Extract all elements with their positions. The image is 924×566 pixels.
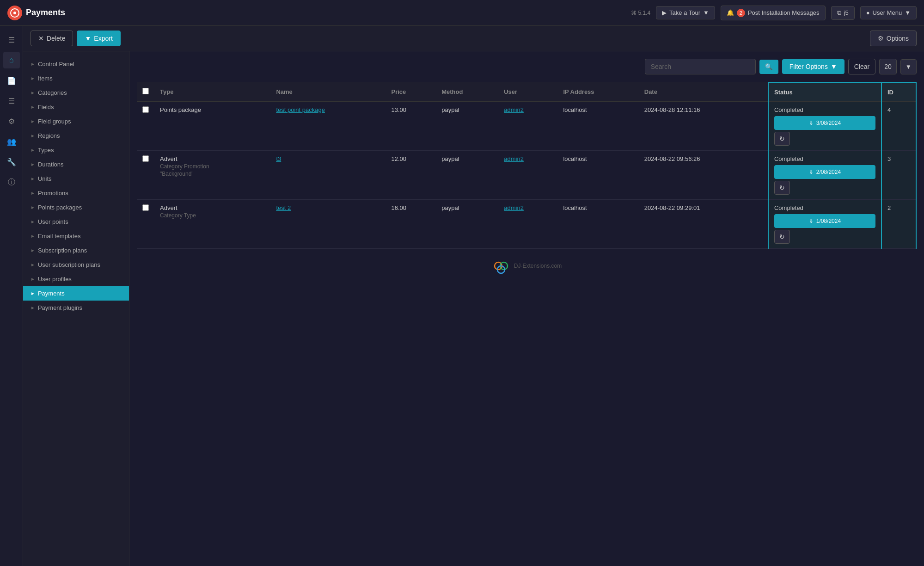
sidebar-item-durations[interactable]: ► Durations — [23, 157, 129, 172]
delete-button[interactable]: ✕ Delete — [31, 31, 73, 46]
download-icon: ⇓ — [809, 218, 814, 224]
sidebar-item-label: Payments — [38, 290, 65, 297]
chevron-right-icon: ► — [31, 90, 35, 95]
sidebar-item-types[interactable]: ► Types — [23, 143, 129, 157]
sidebar-item-subscription-plans[interactable]: ► Subscription plans — [23, 243, 129, 258]
row-name-link[interactable]: t3 — [276, 155, 281, 162]
user-link[interactable]: admin2 — [504, 155, 524, 162]
sidebar-icon-users[interactable]: 👥 — [3, 133, 20, 150]
sidebar-icon-puzzle[interactable]: ⚙ — [3, 113, 20, 129]
cell-status: Completed ⇓ 1/08/2024 ↻ — [768, 200, 881, 249]
page-size-dropdown[interactable]: ▼ — [900, 59, 917, 74]
cell-name: test 2 — [270, 200, 386, 249]
sidebar-item-label: Categories — [38, 89, 67, 96]
ext-button[interactable]: ⧉ j5 — [831, 6, 855, 20]
cell-method: paypal — [436, 102, 498, 151]
chevron-right-icon: ► — [31, 62, 35, 67]
sidebar-item-label: Types — [38, 147, 54, 154]
filter-bar: 🔍 Filter Options ▼ Clear 20 ▼ — [137, 59, 917, 74]
cell-method: paypal — [436, 200, 498, 249]
cell-status: Completed ⇓ 2/08/2024 ↻ — [768, 151, 881, 200]
sidebar-item-points-packages[interactable]: ► Points packages — [23, 200, 129, 215]
sidebar-icon-list[interactable]: ☰ — [3, 92, 20, 109]
chevron-right-icon: ► — [31, 133, 35, 138]
sidebar-item-label: Fields — [38, 104, 54, 111]
search-input[interactable] — [645, 59, 756, 74]
sidebar-item-label: Subscription plans — [38, 247, 87, 254]
sidebar-item-fields[interactable]: ► Fields — [23, 100, 129, 114]
page-size-display: 20 — [879, 59, 897, 74]
footer: DJ-Extensions.com — [137, 249, 917, 283]
cell-name: test point package — [270, 102, 386, 151]
sidebar-icon-home[interactable]: ⌂ — [3, 52, 20, 68]
navbar: Payments ⌘ 5.1.4 ▶ Take a Tour ▼ 🔔 2 Pos… — [0, 0, 924, 26]
notifications-button[interactable]: 🔔 2 Post Installation Messages — [721, 6, 826, 20]
sidebar-item-label: Regions — [38, 132, 60, 139]
table-row: Points package test point package 13.00 … — [137, 102, 916, 151]
row-checkbox[interactable] — [142, 106, 149, 113]
download-button[interactable]: ⇓ 2/08/2024 — [774, 165, 875, 179]
chevron-down-icon: ▼ — [85, 35, 91, 42]
user-menu-button[interactable]: ● User Menu ▼ — [860, 6, 917, 19]
chevron-right-icon: ► — [31, 162, 35, 167]
sidebar-item-label: Control Panel — [38, 61, 74, 68]
sidebar-icon-menu[interactable]: ☰ — [3, 31, 20, 48]
icon-sidebar: ☰ ⌂ 📄 ☰ ⚙ 👥 🔧 ⓘ — [0, 26, 23, 566]
sidebar-icon-info[interactable]: ⓘ — [3, 174, 20, 191]
tour-button[interactable]: ▶ Take a Tour ▼ — [656, 6, 715, 19]
sidebar-item-label: User points — [38, 218, 68, 225]
col-price: Price — [386, 82, 436, 102]
row-name-link[interactable]: test point package — [276, 106, 325, 113]
chevron-right-icon: ► — [31, 219, 35, 224]
cell-type: Advert Category Promotion "Background" — [154, 151, 270, 200]
sidebar-item-user-points[interactable]: ► User points — [23, 215, 129, 229]
download-button[interactable]: ⇓ 1/08/2024 — [774, 214, 875, 228]
refresh-button[interactable]: ↻ — [774, 181, 790, 195]
search-button[interactable]: 🔍 — [759, 60, 778, 74]
cell-status: Completed ⇓ 3/08/2024 ↻ — [768, 102, 881, 151]
user-link[interactable]: admin2 — [504, 204, 524, 211]
sidebar-item-categories[interactable]: ► Categories — [23, 86, 129, 100]
col-status: Status — [768, 82, 881, 102]
sidebar-item-payments[interactable]: ► Payments — [23, 286, 129, 301]
options-button[interactable]: ⚙ Options — [870, 31, 917, 46]
sidebar-item-control-panel[interactable]: ► Control Panel — [23, 57, 129, 71]
sidebar-icon-doc[interactable]: 📄 — [3, 72, 20, 89]
sidebar-item-payment-plugins[interactable]: ► Payment plugins — [23, 301, 129, 315]
toolbar: ✕ Delete ▼ Export ⚙ Options — [23, 26, 924, 51]
main-content: ✕ Delete ▼ Export ⚙ Options ► Control Pa… — [23, 26, 924, 566]
cell-date: 2024-08-22 09:56:26 — [639, 151, 768, 200]
svg-point-1 — [13, 12, 16, 14]
select-all-checkbox[interactable] — [142, 88, 149, 94]
export-button[interactable]: ▼ Export — [77, 31, 120, 46]
sidebar-item-items[interactable]: ► Items — [23, 71, 129, 86]
sidebar-item-user-subscription-plans[interactable]: ► User subscription plans — [23, 258, 129, 272]
col-name: Name — [270, 82, 386, 102]
cell-id: 3 — [881, 151, 916, 200]
sidebar-item-units[interactable]: ► Units — [23, 172, 129, 186]
sidebar-item-label: Durations — [38, 161, 64, 168]
sidebar-item-promotions[interactable]: ► Promotions — [23, 186, 129, 200]
refresh-button[interactable]: ↻ — [774, 132, 790, 146]
cell-user: admin2 — [498, 151, 557, 200]
filter-options-button[interactable]: Filter Options ▼ — [782, 59, 844, 74]
row-name-link[interactable]: test 2 — [276, 204, 291, 211]
notifications-label: Post Installation Messages — [748, 9, 820, 16]
row-checkbox[interactable] — [142, 155, 149, 162]
refresh-button[interactable]: ↻ — [774, 230, 790, 244]
chevron-right-icon: ► — [31, 262, 35, 267]
user-link[interactable]: admin2 — [504, 106, 524, 113]
x-icon: ✕ — [38, 35, 44, 42]
sidebar-item-user-profiles[interactable]: ► User profiles — [23, 272, 129, 286]
brand-title: Payments — [26, 8, 65, 18]
download-button[interactable]: ⇓ 3/08/2024 — [774, 116, 875, 130]
sidebar-item-field-groups[interactable]: ► Field groups — [23, 114, 129, 129]
sidebar-item-regions[interactable]: ► Regions — [23, 129, 129, 143]
content-area: ► Control Panel ► Items ► Categories ► F… — [23, 51, 924, 566]
sidebar-icon-wrench[interactable]: 🔧 — [3, 154, 20, 170]
sidebar-item-email-templates[interactable]: ► Email templates — [23, 229, 129, 243]
row-checkbox[interactable] — [142, 204, 149, 211]
sidebar-item-label: Units — [38, 175, 52, 182]
sidebar-item-label: Points packages — [38, 204, 82, 211]
clear-button[interactable]: Clear — [848, 59, 875, 74]
